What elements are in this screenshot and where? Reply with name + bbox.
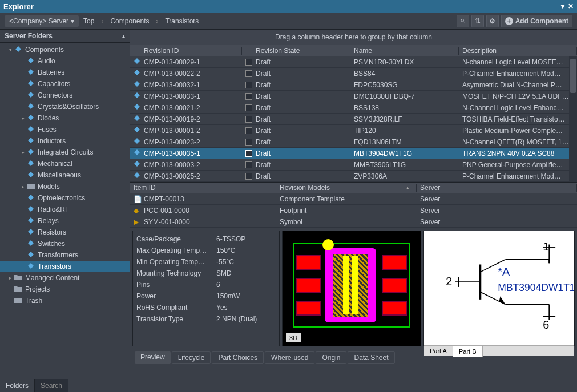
col-header-revision-state[interactable]: Revision State: [242, 47, 350, 55]
expand-icon[interactable]: ▾: [7, 47, 14, 52]
tree-item-miscellaneous[interactable]: Miscellaneous: [0, 169, 130, 181]
expand-icon[interactable]: ▸: [19, 149, 26, 155]
tab-folders[interactable]: Folders: [0, 379, 35, 392]
property-row: RoHS CompliantYes: [136, 302, 276, 313]
symbol-canvas[interactable]: 1 2 6: [424, 231, 574, 345]
tree-item-audio[interactable]: Audio: [0, 55, 130, 67]
tree-label: Batteries: [38, 68, 64, 76]
folder-icon: [26, 183, 35, 191]
dropdown-icon[interactable]: ▾: [561, 2, 564, 10]
cell-server: Server: [417, 195, 577, 203]
state-checkbox[interactable]: [245, 116, 252, 123]
collapse-icon[interactable]: ▴: [122, 33, 125, 39]
expand-icon[interactable]: ▸: [7, 275, 14, 281]
scrollbar[interactable]: [569, 56, 577, 182]
expand-icon[interactable]: ▸: [19, 115, 26, 121]
col-header-revision-models[interactable]: Revision Models ▴: [276, 184, 417, 192]
pin1-marker: [322, 239, 334, 250]
tab-preview[interactable]: Preview: [135, 351, 171, 364]
cell-revision-id: CMP-013-00035-1: [144, 149, 200, 157]
models-row[interactable]: ◆PCC-001-0000Footprint Server: [130, 205, 577, 216]
tree-item-trash[interactable]: Trash: [0, 295, 130, 306]
table-row[interactable]: CMP-013-00021-2DraftBSS138N-Channel Logi…: [130, 102, 577, 114]
model-type-icon: 📄: [134, 195, 142, 203]
tree-item-components[interactable]: ▾Components: [0, 44, 130, 55]
tree-item-managed-content[interactable]: ▸Managed Content: [0, 272, 130, 284]
table-row[interactable]: CMP-013-00022-2DraftBSS84P-Channel Enhan…: [130, 68, 577, 79]
state-checkbox[interactable]: [245, 173, 252, 180]
cell-description: N-Channel Logic Level Enhanc…: [459, 104, 577, 112]
table-row[interactable]: CMP-013-00019-2DraftSSM3J328R,LFTOSHIBA …: [130, 114, 577, 125]
state-checkbox[interactable]: [245, 70, 252, 77]
group-by-bar[interactable]: Drag a column header here to group by th…: [130, 30, 577, 45]
models-row[interactable]: ▶SYM-001-0000Symbol Server: [130, 216, 577, 228]
tree-item-optoelectronics[interactable]: Optoelectronics: [0, 192, 130, 204]
cell-description: TRANS 2NPN 40V 0.2A SC88: [459, 149, 577, 157]
component-icon: [26, 251, 35, 260]
table-row[interactable]: CMP-013-00023-2DraftFQD13N06LTMN-Channel…: [130, 136, 577, 148]
settings-button[interactable]: ⚙: [486, 15, 499, 27]
tree-item-capacitors[interactable]: Capacitors: [0, 78, 130, 90]
tab-origin[interactable]: Origin: [316, 351, 346, 364]
breadcrumb-item[interactable]: Components: [108, 17, 151, 25]
table-row[interactable]: CMP-013-00001-2DraftTIP120Plastic Medium…: [130, 125, 577, 136]
col-header-name[interactable]: Name: [350, 47, 459, 55]
state-checkbox[interactable]: [245, 127, 252, 134]
table-row[interactable]: CMP-013-00025-2DraftZVP3306AP-Channel En…: [130, 171, 577, 182]
tab-lifecycle[interactable]: Lifecycle: [172, 351, 211, 364]
breadcrumb-item[interactable]: Top: [81, 17, 96, 25]
tree-item-relays[interactable]: Relays: [0, 215, 130, 227]
tree-item-resistors[interactable]: Resistors: [0, 227, 130, 238]
footprint-preview[interactable]: 3D: [282, 231, 421, 346]
tree-item-diodes[interactable]: ▸Diodes: [0, 112, 130, 124]
tab-data-sheet[interactable]: Data Sheet: [348, 351, 394, 364]
breadcrumb-item[interactable]: Transistors: [163, 17, 201, 25]
state-checkbox[interactable]: [245, 59, 252, 66]
scrollbar-thumb[interactable]: [570, 59, 576, 93]
state-checkbox[interactable]: [245, 82, 252, 88]
tree-item-integrated-circuits[interactable]: ▸Integrated Circuits: [0, 147, 130, 158]
search-button[interactable]: [457, 15, 469, 27]
col-header-server[interactable]: Server: [417, 184, 577, 192]
component-icon: [26, 91, 35, 100]
tree-item-radio-rf[interactable]: Radio&RF: [0, 204, 130, 215]
table-row[interactable]: CMP-013-00035-1DraftMBT3904DW1T1GTRANS 2…: [130, 148, 577, 159]
col-header-revision-id[interactable]: Revision ID: [130, 47, 242, 55]
tab-where-used[interactable]: Where-used: [265, 351, 314, 364]
state-checkbox[interactable]: [245, 161, 252, 168]
tab-part-a[interactable]: Part A: [424, 346, 453, 356]
table-row[interactable]: CMP-013-00032-1DraftFDPC5030SGAsymmetric…: [130, 79, 577, 91]
sidebar-header[interactable]: Server Folders ▴: [0, 30, 130, 43]
tree-item-projects[interactable]: Projects: [0, 284, 130, 295]
tree-item-switches[interactable]: Switches: [0, 238, 130, 249]
tab-part-choices[interactable]: Part Choices: [212, 351, 264, 364]
models-row[interactable]: 📄CMPT-00013Component Template Server: [130, 193, 577, 205]
close-icon[interactable]: ✕: [568, 2, 574, 10]
tree-item-mechanical[interactable]: Mechanical: [0, 158, 130, 169]
tree-item-transformers[interactable]: Transformers: [0, 249, 130, 261]
toggle-3d-button[interactable]: 3D: [286, 333, 301, 342]
tree-item-inductors[interactable]: Inductors: [0, 135, 130, 147]
state-checkbox[interactable]: [245, 93, 252, 100]
tree-item-transistors[interactable]: Transistors: [0, 261, 130, 272]
state-checkbox[interactable]: [245, 150, 252, 157]
tree-item-models[interactable]: ▸Models: [0, 181, 130, 192]
expand-icon[interactable]: ▸: [19, 184, 26, 189]
tree-item-connectors[interactable]: Connectors: [0, 90, 130, 101]
table-row[interactable]: CMP-013-00029-1DraftPSMN1R0-30YLDXN-chan…: [130, 56, 577, 68]
state-checkbox[interactable]: [245, 104, 252, 111]
table-row[interactable]: CMP-013-00033-1DraftDMC1030UFDBQ-7MOSFET…: [130, 91, 577, 102]
table-row[interactable]: CMP-013-00003-2DraftMMBT3906LT1GPNP Gene…: [130, 159, 577, 171]
col-header-item-id[interactable]: Item ID: [130, 184, 276, 192]
tab-part-b[interactable]: Part B: [453, 346, 483, 357]
tree-label: Diodes: [38, 114, 59, 122]
col-header-description[interactable]: Description: [459, 47, 577, 55]
tab-search[interactable]: Search: [35, 379, 68, 392]
add-component-button[interactable]: + Add Component: [501, 15, 572, 27]
tree-item-fuses[interactable]: Fuses: [0, 124, 130, 135]
tree-item-crystals-oscillators[interactable]: Crystals&Oscillators: [0, 101, 130, 112]
state-checkbox[interactable]: [245, 139, 252, 146]
tree-item-batteries[interactable]: Batteries: [0, 67, 130, 78]
refresh-button[interactable]: ⇅: [471, 15, 484, 27]
server-selector[interactable]: <Company> Server ▾: [5, 15, 79, 27]
